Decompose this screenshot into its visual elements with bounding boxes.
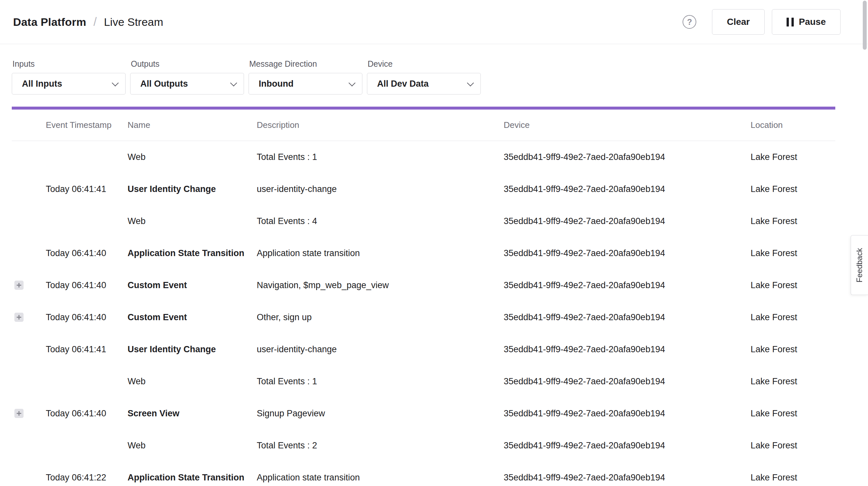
event-description: Application state transition [257,473,504,483]
table-body: Web Total Events : 1 35eddb41-9ff9-49e2-… [12,141,835,486]
event-timestamp: Today 06:41:22 [46,473,128,483]
event-description: Total Events : 1 [257,376,504,387]
question-mark-icon: ? [687,17,692,27]
event-timestamp: Today 06:41:40 [46,408,128,419]
event-description: Total Events : 2 [257,441,504,451]
table-row[interactable]: Today 06:41:40 Screen View Signup Pagevi… [12,397,835,429]
top-bar: Data Platform / Live Stream ? Clear Paus… [0,0,868,44]
expand-cell [12,441,46,450]
event-location: Lake Forest [751,152,835,162]
event-description: Other, sign up [257,312,504,323]
table-row[interactable]: Today 06:41:40 Custom Event Other, sign … [12,301,835,333]
event-device-id: 35eddb41-9ff9-49e2-7aed-20afa90eb194 [504,344,751,355]
event-device-id: 35eddb41-9ff9-49e2-7aed-20afa90eb194 [504,152,751,162]
inputs-dropdown[interactable]: All Inputs [12,73,126,94]
event-name: User Identity Change [128,184,257,194]
event-timestamp: Today 06:41:41 [46,344,128,355]
event-timestamp: Today 06:41:40 [46,312,128,323]
event-device-id: 35eddb41-9ff9-49e2-7aed-20afa90eb194 [504,473,751,483]
event-name: Application State Transition [128,248,257,259]
filter-inputs-label: Inputs [12,59,126,69]
inputs-dropdown-value: All Inputs [22,79,62,89]
event-location: Lake Forest [751,184,835,194]
toolbar: ? Clear Pause [683,9,840,35]
event-description: user-identity-change [257,184,504,194]
event-description: Signup Pageview [257,408,504,419]
expand-plus-icon[interactable] [14,281,24,290]
device-dropdown[interactable]: All Dev Data [367,73,481,94]
expand-plus-icon[interactable] [14,313,24,322]
event-timestamp: Today 06:41:40 [46,280,128,291]
event-name: Custom Event [128,312,257,323]
column-header-event-timestamp: Event Timestamp [46,120,128,130]
event-location: Lake Forest [751,248,835,259]
message-direction-dropdown[interactable]: Inbound [249,73,362,94]
event-name: Web [128,441,257,451]
column-header-device: Device [504,120,751,130]
event-timestamp: Today 06:41:41 [46,184,128,194]
event-description: Application state transition [257,248,504,259]
expand-cell [12,248,46,258]
expand-cell [12,184,46,193]
table-row[interactable]: Web Total Events : 2 35eddb41-9ff9-49e2-… [12,429,835,461]
pause-button-label: Pause [799,17,826,27]
help-button[interactable]: ? [683,15,696,29]
event-name: Web [128,216,257,226]
chevron-down-icon [467,80,474,86]
outputs-dropdown-value: All Outputs [140,79,188,89]
table-row[interactable]: Today 06:41:41 User Identity Change user… [12,173,835,205]
expand-cell [12,216,46,226]
event-description: Total Events : 1 [257,152,504,162]
clear-button[interactable]: Clear [712,9,764,35]
event-name: Web [128,376,257,387]
event-device-id: 35eddb41-9ff9-49e2-7aed-20afa90eb194 [504,376,751,387]
table-row[interactable]: Web Total Events : 1 35eddb41-9ff9-49e2-… [12,365,835,397]
event-name: Web [128,152,257,162]
event-description: user-identity-change [257,344,504,355]
expand-cell [12,281,46,290]
feedback-tab-label: Feedback [855,248,864,282]
table-row[interactable]: Web Total Events : 4 35eddb41-9ff9-49e2-… [12,205,835,237]
table-header-row: Event Timestamp Name Description Device … [12,110,835,141]
outputs-dropdown[interactable]: All Outputs [130,73,244,94]
table-row[interactable]: Today 06:41:22 Application State Transit… [12,461,835,486]
column-header-name: Name [128,120,257,130]
event-location: Lake Forest [751,280,835,291]
pause-button[interactable]: Pause [772,9,841,35]
page-title: Live Stream [104,16,163,28]
device-dropdown-value: All Dev Data [377,79,429,89]
table-row[interactable]: Today 06:41:40 Custom Event Navigation, … [12,269,835,301]
event-location: Lake Forest [751,344,835,355]
live-stream-progress-bar [12,107,835,110]
event-device-id: 35eddb41-9ff9-49e2-7aed-20afa90eb194 [504,441,751,451]
pause-icon [786,18,794,27]
event-name: Application State Transition [128,473,257,483]
clear-button-label: Clear [727,17,750,27]
event-location: Lake Forest [751,408,835,419]
event-description: Navigation, $mp_web_page_view [257,280,504,291]
column-header-description: Description [257,120,504,130]
event-device-id: 35eddb41-9ff9-49e2-7aed-20afa90eb194 [504,248,751,259]
breadcrumb-separator: / [94,15,97,29]
expand-cell [12,377,46,386]
event-device-id: 35eddb41-9ff9-49e2-7aed-20afa90eb194 [504,280,751,291]
expand-cell [12,152,46,161]
event-name: User Identity Change [128,344,257,355]
table-row[interactable]: Today 06:41:41 User Identity Change user… [12,333,835,365]
chevron-down-icon [230,80,237,86]
message-direction-dropdown-value: Inbound [259,79,293,89]
breadcrumb-data-platform[interactable]: Data Platform [13,16,86,28]
event-timestamp: Today 06:41:40 [46,248,128,259]
expand-plus-icon[interactable] [14,409,24,418]
filter-device-label: Device [368,59,481,69]
chevron-down-icon [112,80,119,86]
event-device-id: 35eddb41-9ff9-49e2-7aed-20afa90eb194 [504,312,751,323]
filter-message-direction-label: Message Direction [249,59,362,69]
feedback-tab[interactable]: Feedback [851,235,868,295]
event-name: Screen View [128,408,257,419]
table-row[interactable]: Today 06:41:40 Application State Transit… [12,237,835,269]
event-location: Lake Forest [751,441,835,451]
scrollbar-thumb[interactable] [863,1,867,50]
table-row[interactable]: Web Total Events : 1 35eddb41-9ff9-49e2-… [12,141,835,173]
filter-device: Device All Dev Data [367,59,481,94]
